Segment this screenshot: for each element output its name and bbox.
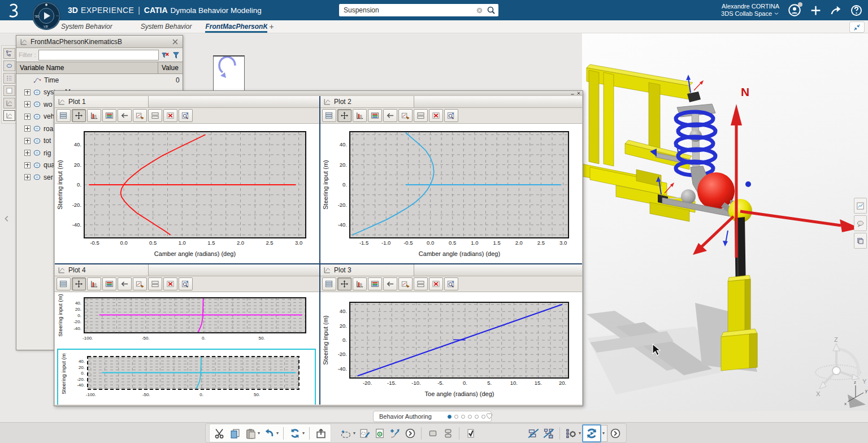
circle-next-button[interactable] <box>607 425 623 441</box>
plot-window-titlebar[interactable] <box>54 91 583 96</box>
workbench-pill[interactable]: Behavior Authoring <box>373 411 492 422</box>
dropdown-caret[interactable]: ▾ <box>302 431 305 436</box>
edit-behavior-button[interactable] <box>357 425 372 441</box>
expand-icon[interactable] <box>24 174 31 180</box>
plot-tool-snapshot[interactable] <box>368 109 382 122</box>
expand-icon[interactable] <box>24 89 31 95</box>
plot-tool-delete-plot[interactable] <box>163 109 177 122</box>
view-compass[interactable]: Z X Y z x y <box>815 336 867 406</box>
tab-frontmacpherson-active[interactable]: FrontMacPhersonKinematic <box>205 23 267 33</box>
dropdown-caret[interactable]: ▾ <box>258 431 260 436</box>
plot-tool-back[interactable] <box>118 109 132 122</box>
close-icon[interactable] <box>576 91 581 95</box>
plot-tool-variables-list[interactable] <box>57 109 71 122</box>
filter-input[interactable] <box>38 50 159 60</box>
plot4-tab[interactable]: Plot 4 <box>55 264 149 276</box>
share-button[interactable] <box>830 5 842 16</box>
plot1-tab[interactable]: Plot 1 <box>55 96 149 107</box>
new-tab-button[interactable]: + <box>269 22 274 33</box>
plot-tool-delete-plot[interactable] <box>429 277 443 290</box>
progress-dot-5[interactable] <box>475 415 479 419</box>
plot-tool-snapshot[interactable] <box>102 277 116 290</box>
rail-plot-view-a[interactable] <box>3 98 15 108</box>
expand-icon[interactable] <box>24 150 31 156</box>
plot-tool-diagram-setup[interactable] <box>179 109 193 122</box>
plot-tool-new-diagram[interactable] <box>133 277 147 290</box>
plot-tool-button[interactable] <box>854 198 867 214</box>
close-icon[interactable] <box>171 38 179 46</box>
expand-icon[interactable] <box>24 162 31 168</box>
dropdown-caret[interactable]: ▾ <box>276 431 279 436</box>
clear-search-icon[interactable] <box>476 7 483 14</box>
plot-tool-back[interactable] <box>118 277 132 290</box>
play-simulation-button[interactable] <box>582 424 601 442</box>
add-app-button[interactable] <box>810 5 822 16</box>
circle-next-button[interactable] <box>402 425 418 441</box>
plot3-tab[interactable]: Plot 3 <box>320 264 414 276</box>
plot-tool-zoom-bars[interactable] <box>87 109 101 122</box>
shape-square-button[interactable] <box>425 425 440 441</box>
plot-tool-tile-rows[interactable] <box>148 109 162 122</box>
copy-button[interactable] <box>227 425 242 441</box>
progress-dot-2[interactable] <box>454 415 458 419</box>
plot-tool-new-diagram[interactable] <box>398 277 413 290</box>
panel-titlebar[interactable]: FrontMacPhersonKinematicsB <box>16 36 183 48</box>
plot-tool-new-diagram[interactable] <box>133 109 147 122</box>
dropdown-caret[interactable]: ▾ <box>601 425 607 442</box>
tab-system-behavior-1[interactable]: System Behavior <box>61 23 112 33</box>
chevron-down-icon[interactable] <box>774 11 779 16</box>
sync-button[interactable] <box>287 425 302 441</box>
search-icon[interactable] <box>487 6 496 15</box>
expand-icon[interactable] <box>24 101 31 107</box>
plot-tool-zoom-bars[interactable] <box>353 109 367 122</box>
shape-stack-button[interactable] <box>440 425 455 441</box>
plot-tool-snapshot[interactable] <box>102 109 116 122</box>
rail-plot-view-b[interactable] <box>3 110 15 121</box>
favorites-icon[interactable] <box>485 411 494 420</box>
user-avatar-button[interactable] <box>788 3 801 17</box>
expand-icon[interactable] <box>24 114 31 120</box>
add-run-button[interactable] <box>387 425 402 441</box>
minimize-icon[interactable] <box>570 91 575 95</box>
compass-button[interactable]: 3D V.R <box>32 1 61 31</box>
rail-blank-view[interactable] <box>3 85 15 96</box>
plot-tool-diagram-setup[interactable] <box>179 277 193 290</box>
user-info[interactable]: Alexandre CORTINA 3DS Collab Space <box>721 3 779 18</box>
filter-icon[interactable] <box>172 51 180 59</box>
plot-tool-diagram-setup[interactable] <box>444 277 458 290</box>
plot-tool-tile-rows[interactable] <box>414 277 428 290</box>
plot-tool-back[interactable] <box>383 109 397 122</box>
plot2-tab[interactable]: Plot 2 <box>320 96 414 107</box>
rail-variable-list[interactable] <box>3 73 15 84</box>
plot-tool-zoom-bars[interactable] <box>353 277 367 290</box>
plot-tool-zoom-bars[interactable] <box>87 277 101 290</box>
hide-geometry-button[interactable] <box>526 425 541 441</box>
search-input[interactable] <box>339 6 476 15</box>
rail-structure-tree[interactable] <box>3 48 15 59</box>
plot-tool-pan[interactable] <box>72 109 86 122</box>
plot-tool-pan[interactable] <box>337 277 351 290</box>
plot-tool-delete-plot[interactable] <box>163 277 177 290</box>
plot-tool-back[interactable] <box>383 277 397 290</box>
tab-system-behavior-2[interactable]: System Behavior <box>141 23 192 33</box>
plot-tool-snapshot[interactable] <box>368 277 382 290</box>
tree-row[interactable]: Time 0 <box>16 74 183 86</box>
layers-tool-button[interactable] <box>854 233 867 249</box>
plot-tool-pan[interactable] <box>72 277 86 290</box>
expand-icon[interactable] <box>24 138 31 144</box>
plot-tool-new-diagram[interactable] <box>398 109 413 122</box>
progress-dot-1[interactable] <box>448 415 452 419</box>
expand-icon[interactable] <box>24 125 31 132</box>
plot-tool-variables-list[interactable] <box>322 109 336 122</box>
collapse-panel-icon[interactable] <box>3 215 11 223</box>
plot-tool-tile-rows[interactable] <box>414 109 428 122</box>
help-button[interactable] <box>850 5 862 16</box>
collapse-window-button[interactable] <box>849 21 865 33</box>
dropdown-caret[interactable]: ▾ <box>353 431 355 436</box>
diagram-block[interactable] <box>213 55 245 92</box>
progress-dot-3[interactable] <box>461 415 465 419</box>
clear-filter-icon[interactable] <box>161 51 170 59</box>
progress-dot-4[interactable] <box>468 415 472 419</box>
doc-info-button[interactable] <box>372 425 387 441</box>
gear-list-button[interactable] <box>563 425 579 441</box>
